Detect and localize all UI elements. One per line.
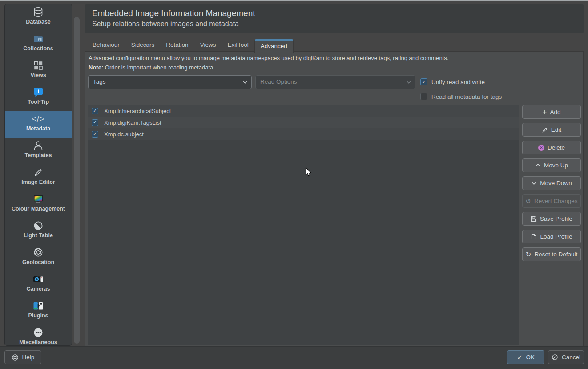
note-text: Order is important when reading metadata [103,64,213,71]
read-all-metadata-label: Read all metadata for tags [431,93,502,100]
sidebar-item-label: Image Editor [21,179,55,185]
miscellaneous-icon [32,326,44,339]
load-icon [531,234,537,240]
sidebar-item-metadata[interactable]: </>Metadata [5,111,72,138]
action-button-label: Save Profile [540,215,572,222]
database-icon [32,6,44,18]
action-button-label: Revert Changes [534,198,578,204]
reset-to-default-button[interactable]: ↻Reset to Default [522,247,581,261]
sidebar-item-cameras[interactable]: Cameras [5,271,72,298]
action-button-label: Reset to Default [534,251,577,258]
namespace-row[interactable]: Xmp.lr.hierarchicalSubject [88,105,519,117]
namespace-label: Xmp.digiKam.TagsList [104,119,161,126]
sidebar-item-colour-management[interactable]: Colour Management [5,191,72,218]
load-profile-button[interactable]: Load Profile [522,230,581,243]
namespace-row[interactable]: Xmp.digiKam.TagsList [88,117,519,128]
sidebar-item-label: Tool-Tip [28,99,49,105]
ok-button[interactable]: ✓ OK [507,350,544,364]
sidebar-item-tool-tip[interactable]: Tool-Tip [5,84,72,111]
sidebar-item-label: Views [30,72,46,78]
sidebar-item-label: Miscellaneous [19,339,57,345]
namespace-label: Xmp.lr.hierarchicalSubject [104,108,171,114]
sidebar-scrollbar[interactable] [74,17,80,344]
geolocation-icon [32,246,44,259]
revert-icon: ↺ [525,198,531,205]
sidebar-item-label: Colour Management [12,206,65,212]
checkbox-checked-icon[interactable] [92,131,98,138]
revert-changes-button: ↺Revert Changes [522,194,581,208]
page-subtitle: Setup relations between images and metad… [92,20,576,28]
action-button-label: Move Down [540,180,572,187]
move-up-button[interactable]: Move Up [522,158,581,172]
sidebar-item-label: Geolocation [22,259,54,265]
cancel-button[interactable]: Cancel [548,350,584,364]
cancel-button-label: Cancel [562,354,580,361]
help-button-label: Help [22,354,35,361]
edit-button[interactable]: Edit [522,123,581,137]
sidebar-item-geolocation[interactable]: Geolocation [5,244,72,271]
checkmark-icon: ✓ [517,354,523,361]
tab-exiftool[interactable]: ExifTool [222,39,254,51]
dialog-button-bar: Help ✓ OK Cancel [0,346,588,369]
metadata-icon: </> [32,113,44,125]
sidebar-item-light-table[interactable]: Light Table [5,218,72,244]
checkbox-checked-icon[interactable] [420,78,427,85]
read-options-value: Read Options [260,78,297,85]
sidebar-item-label: Database [26,19,51,25]
sidebar-item-templates[interactable]: Templates [5,138,72,164]
read-all-metadata-checkbox[interactable]: Read all metadata for tags [420,93,502,100]
ok-button-label: OK [526,354,535,361]
namespace-row[interactable]: Xmp.dc.subject [88,128,519,140]
tab-advanced[interactable]: Advanced [254,39,294,53]
tab-rotation[interactable]: Rotation [160,39,194,51]
action-button-label: Load Profile [540,233,572,240]
sidebar-item-collections[interactable]: Collections [5,31,72,57]
colour-management-icon [32,193,44,205]
save-profile-button[interactable]: Save Profile [522,212,581,226]
help-button[interactable]: Help [4,350,41,364]
add-icon: + [543,108,547,116]
checkbox-checked-icon[interactable] [92,108,98,114]
save-icon [531,216,537,222]
checkbox-checked-icon[interactable] [92,119,98,126]
action-button-label: Move Up [544,162,568,169]
image-editor-icon [32,166,44,178]
sidebar-item-database[interactable]: Database [5,4,72,31]
read-options-select: Read Options [255,75,415,89]
sidebar-item-miscellaneous[interactable]: Miscellaneous [5,324,72,346]
digikam-settings-window: DatabaseCollectionsViewsTool-Tip</>Metad… [0,0,588,369]
note-label: Note: [89,64,103,71]
tab-views[interactable]: Views [194,39,222,51]
delete-icon [538,145,544,151]
page-title: Embedded Image Information Management [92,8,576,18]
window-top-border [0,0,588,1]
namespace-type-select[interactable]: Tags [88,75,252,89]
move-up-icon [535,163,541,167]
reset-icon: ↻ [526,251,532,258]
help-icon [12,354,19,361]
sidebar-item-plugins[interactable]: Plugins [5,298,72,324]
tab-sidecars[interactable]: Sidecars [125,39,161,51]
namespace-list[interactable]: Xmp.lr.hierarchicalSubjectXmp.digiKam.Ta… [88,105,519,345]
namespace-label: Xmp.dc.subject [104,131,144,138]
add-button[interactable]: +Add [522,105,581,119]
delete-button[interactable]: Delete [522,141,581,154]
checkbox-unchecked-icon[interactable] [420,93,427,100]
chevron-down-icon [242,81,248,84]
templates-icon [32,139,44,152]
settings-category-sidebar: DatabaseCollectionsViewsTool-Tip</>Metad… [4,4,72,346]
sidebar-item-views[interactable]: Views [5,57,72,84]
sidebar-item-image-editor[interactable]: Image Editor [5,164,72,191]
sidebar-item-label: Cameras [27,286,50,292]
move-down-button[interactable]: Move Down [522,176,581,190]
unify-read-write-checkbox[interactable]: Unify read and write [420,78,485,85]
tab-behaviour[interactable]: Behaviour [87,39,125,51]
cancel-icon [552,354,558,361]
light-table-icon [32,219,44,232]
collections-icon [32,32,44,45]
namespace-type-value: Tags [93,78,106,85]
move-down-icon [531,181,537,185]
unify-read-write-label: Unify read and write [431,79,485,85]
views-icon [32,59,44,72]
chevron-down-icon [406,81,411,84]
